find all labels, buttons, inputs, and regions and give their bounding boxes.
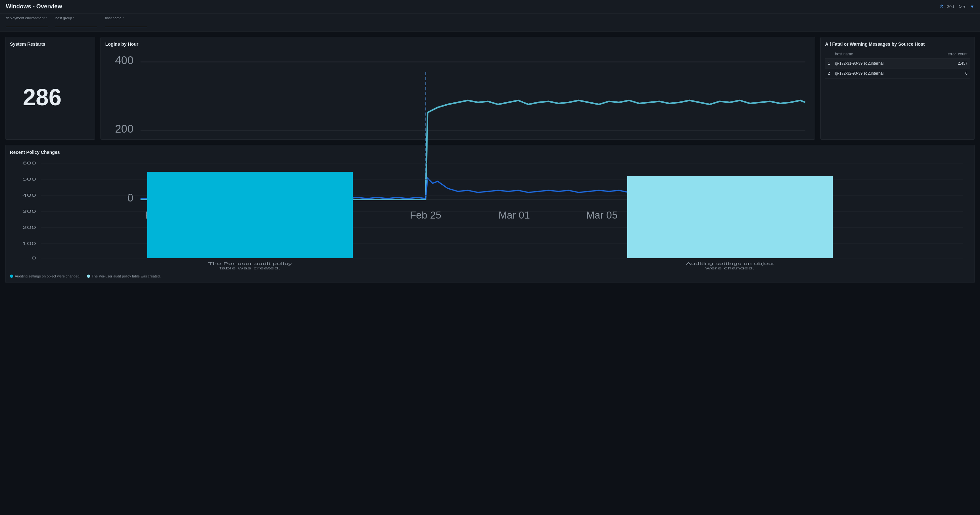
auditing-label: Auditing settings on object were changed… (15, 274, 81, 278)
bar-1 (147, 172, 353, 258)
filter-host-group-input[interactable] (56, 21, 97, 27)
error-count-cell: 2,457 (927, 59, 970, 68)
legend-auditing: Auditing settings on object were changed… (10, 274, 81, 278)
legend-per-user: The Per-user audit policy table was crea… (87, 274, 161, 278)
svg-text:200: 200 (115, 122, 133, 135)
fatal-panel: All Fatal or Warning Messages by Source … (820, 37, 975, 140)
system-restarts-title: System Restarts (10, 41, 45, 47)
time-range-control[interactable]: ⏱ -30d (939, 4, 954, 9)
svg-text:300: 300 (22, 209, 36, 213)
host-name-cell: ip-172-32-93-39.ec2.internal (832, 68, 927, 78)
refresh-control[interactable]: ↻ ▾ (958, 4, 966, 9)
filter-deployment-label: deployment.environment * (6, 16, 48, 20)
fatal-title: All Fatal or Warning Messages by Source … (825, 41, 970, 47)
row-num: 2 (825, 68, 832, 78)
top-row: System Restarts 286 Logins by Hour 400 2… (5, 37, 975, 140)
per-user-label: The Per-user audit policy table was crea… (92, 274, 161, 278)
system-restarts-panel: System Restarts 286 (5, 37, 95, 140)
svg-text:500: 500 (22, 177, 36, 181)
filter-host-name-label: host.name * (105, 16, 147, 20)
bar-chart-container: 600 500 400 300 200 100 0 (10, 160, 970, 270)
svg-text:were changed.: were changed. (705, 266, 755, 269)
svg-text:600: 600 (22, 161, 36, 165)
logins-title: Logins by Hour (105, 41, 810, 47)
col-host-header: host.name (832, 50, 927, 59)
fatal-table: host.name error_count 1 ip-172-31-93-39.… (825, 50, 970, 78)
filter-host-name: host.name * (105, 16, 147, 27)
clock-icon: ⏱ (939, 4, 943, 9)
filter-host-group: host.group * (56, 16, 97, 27)
header: Windows - Overview ⏱ -30d ↻ ▾ ▼ (0, 0, 980, 14)
svg-text:400: 400 (115, 54, 133, 66)
filter-icon[interactable]: ▼ (970, 4, 974, 9)
svg-text:table was created.: table was created. (219, 266, 280, 269)
svg-text:100: 100 (22, 242, 36, 246)
refresh-dropdown-icon: ▾ (963, 4, 966, 9)
recent-policy-panel: Recent Policy Changes 600 500 400 300 20… (5, 145, 975, 283)
svg-text:Auditing settings on object: Auditing settings on object (686, 262, 774, 266)
svg-text:0: 0 (32, 256, 36, 260)
time-range-value: -30d (945, 4, 954, 9)
bar-chart-legend: Auditing settings on object were changed… (10, 274, 970, 278)
system-restarts-value: 286 (10, 74, 62, 110)
filter-deployment-input[interactable] (6, 21, 48, 27)
filter-host-group-label: host.group * (56, 16, 97, 20)
svg-text:400: 400 (22, 193, 36, 197)
bar-2 (627, 176, 833, 258)
filters-bar: deployment.environment * host.group * ho… (0, 14, 980, 32)
filter-deployment-environment: deployment.environment * (6, 16, 48, 27)
svg-text:200: 200 (22, 225, 36, 229)
per-user-dot (87, 275, 90, 278)
host-name-cell: ip-172-31-93-39.ec2.internal (832, 59, 927, 68)
logins-panel: Logins by Hour 400 200 0 Feb 13 Feb 17 F… (100, 37, 815, 140)
bar-chart-svg: 600 500 400 300 200 100 0 (10, 160, 970, 269)
row-num: 1 (825, 59, 832, 68)
filter-host-name-input[interactable] (105, 21, 147, 27)
table-row: 2 ip-172-32-93-39.ec2.internal 6 (825, 68, 970, 78)
col-num-header (825, 50, 832, 59)
col-count-header: error_count (927, 50, 970, 59)
svg-text:The Per-user audit policy: The Per-user audit policy (208, 262, 292, 266)
page-title: Windows - Overview (6, 3, 62, 10)
main-content: System Restarts 286 Logins by Hour 400 2… (0, 32, 980, 288)
bottom-row: Recent Policy Changes 600 500 400 300 20… (5, 145, 975, 283)
table-row: 1 ip-172-31-93-39.ec2.internal 2,457 (825, 59, 970, 68)
header-controls: ⏱ -30d ↻ ▾ ▼ (939, 4, 974, 9)
auditing-dot (10, 275, 13, 278)
refresh-icon: ↻ (958, 4, 962, 9)
error-count-cell: 6 (927, 68, 970, 78)
